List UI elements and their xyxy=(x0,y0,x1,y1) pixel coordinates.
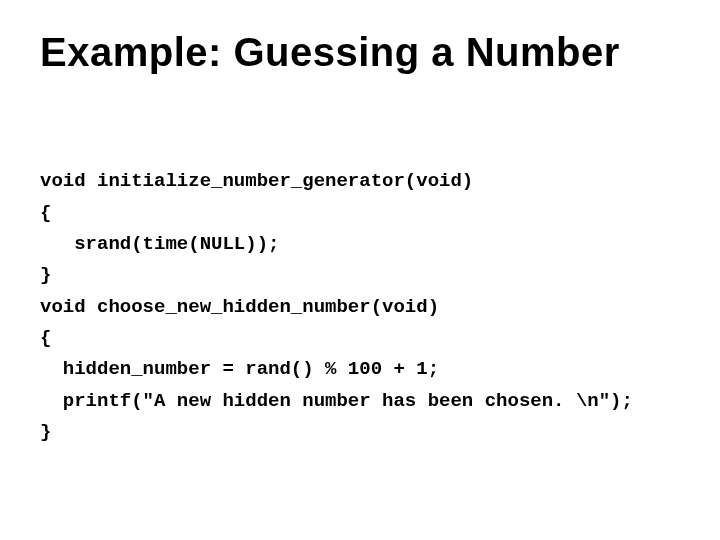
code-line: void initialize_number_generator(void) xyxy=(40,170,473,192)
slide-title: Example: Guessing a Number xyxy=(40,30,680,75)
code-line: srand(time(NULL)); xyxy=(40,233,279,255)
code-line: { xyxy=(40,327,51,349)
code-line: void choose_new_hidden_number(void) xyxy=(40,296,439,318)
code-line: } xyxy=(40,264,51,286)
code-line: printf("A new hidden number has been cho… xyxy=(40,390,633,412)
code-line: hidden_number = rand() % 100 + 1; xyxy=(40,358,439,380)
code-block: void initialize_number_generator(void) {… xyxy=(40,135,680,480)
code-line: } xyxy=(40,421,51,443)
slide: Example: Guessing a Number void initiali… xyxy=(0,0,720,540)
code-line: { xyxy=(40,202,51,224)
